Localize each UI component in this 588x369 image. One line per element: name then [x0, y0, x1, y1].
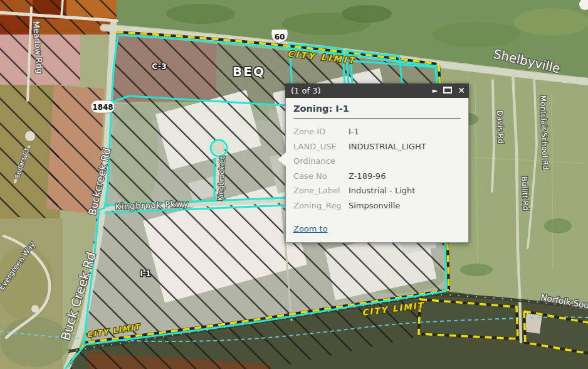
map-viewer: Shelbyville Davis Rd Montclair School Rd…	[0, 0, 588, 369]
popup-title: Zoning: I-1	[293, 104, 461, 114]
popup-close-button[interactable]: ✕	[458, 83, 465, 98]
label-zone-beq: BEQ	[233, 64, 265, 79]
attribute-row: Case NoZ-189-96	[293, 169, 461, 184]
label-davis-rd: Davis Rd	[495, 110, 505, 144]
popup-maximize-button[interactable]	[443, 83, 452, 98]
popup-pointer	[278, 152, 286, 166]
identify-popup: (1 of 3) ► ✕ Zoning: I-1 Zone IDI-1 LAND…	[285, 83, 469, 243]
popup-titlebar[interactable]: (1 of 3) ► ✕	[285, 83, 469, 98]
attribute-row: Zone IDI-1	[293, 124, 461, 139]
attribute-table: Zone IDI-1 LAND_USEINDUSTRIAL_LIGHT Ordi…	[293, 124, 461, 213]
label-zone-c3: C-3	[152, 62, 166, 71]
attribute-row: Zone_LabelIndustrial - Light	[293, 183, 461, 198]
label-bullitt-rd: Bullitt Rd	[520, 176, 530, 211]
shield-60-text: 60	[275, 33, 285, 41]
attribute-row: LAND_USEINDUSTRIAL_LIGHT	[293, 139, 461, 154]
shield-1848-text: 1848	[92, 103, 113, 112]
route-shield-ky1848: 1848	[91, 100, 115, 113]
popup-body: Zoning: I-1 Zone IDI-1 LAND_USEINDUSTRIA…	[285, 98, 469, 243]
label-zone-i1: I-1	[140, 269, 150, 278]
popup-next-button[interactable]: ►	[433, 83, 438, 98]
attribute-row: Ordinance	[293, 154, 461, 169]
popup-divider	[293, 118, 461, 119]
maximize-icon	[443, 87, 452, 94]
attribute-row: Zoning_RegSimpsonville	[293, 198, 461, 213]
zoom-to-link[interactable]: Zoom to	[293, 224, 328, 233]
popup-pagination: (1 of 3)	[291, 86, 320, 95]
